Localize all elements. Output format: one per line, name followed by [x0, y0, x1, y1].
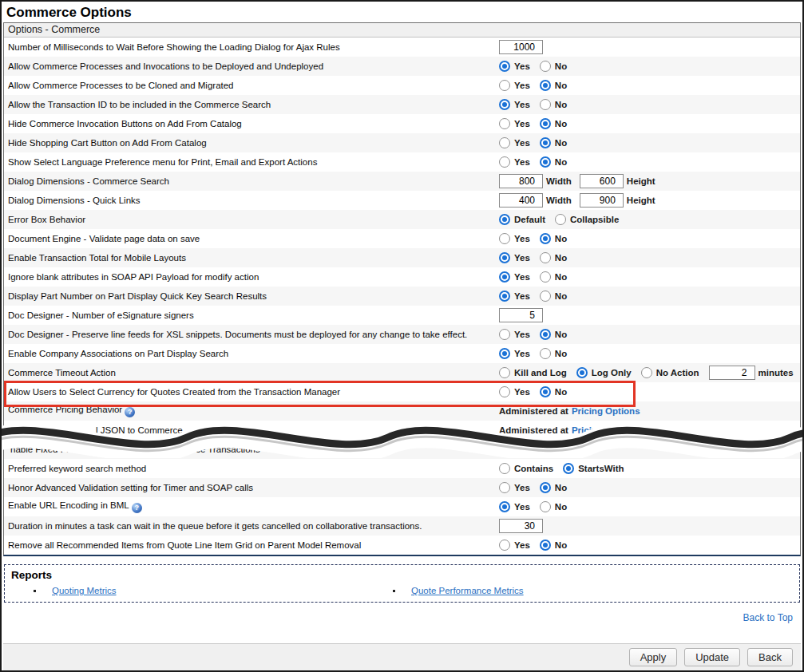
radio-label: Yes	[514, 540, 530, 550]
radio-label: Yes	[514, 330, 530, 339]
option-control: YesNo	[499, 99, 800, 110]
quoting-metrics-link[interactable]: Quoting Metrics	[52, 586, 117, 595]
radio-label: No	[555, 330, 567, 339]
option-row: Remove all Recommended Items from Quote …	[4, 536, 800, 555]
option-label: Show Select Language Preference menu for…	[4, 157, 499, 167]
radio-button[interactable]	[499, 233, 510, 244]
radio-button[interactable]	[555, 214, 566, 225]
option-row: Honor Advanced Validation setting for Ti…	[4, 478, 800, 497]
radio-label: No	[555, 61, 567, 71]
radio-button[interactable]	[576, 367, 588, 378]
option-row: Dialog Dimensions - Commerce SearchWidth…	[4, 172, 800, 191]
option-label-fragment: l JSON to Commerce	[96, 425, 183, 435]
radio-button[interactable]	[499, 329, 510, 340]
pricing-options-link[interactable]: Pricing Options	[572, 425, 640, 435]
option-control: YesNo	[499, 137, 800, 148]
radio-button[interactable]	[499, 540, 510, 551]
radio-button[interactable]	[540, 348, 551, 359]
commerce-options-page: Commerce Options Options - Commerce Numb…	[0, 0, 804, 672]
option-control: Administered at Pricing Options	[499, 425, 800, 435]
administered-at-text: Administered at	[499, 406, 568, 416]
option-label: Doc Designer - Number of eSignature sign…	[4, 310, 499, 320]
option-control: YesNo	[499, 348, 800, 359]
radio-button[interactable]	[499, 156, 510, 168]
radio-button[interactable]	[499, 501, 510, 512]
radio-button[interactable]	[540, 252, 551, 263]
radio-button[interactable]	[499, 61, 510, 72]
radio-button[interactable]	[540, 61, 551, 72]
option-control	[499, 519, 800, 533]
radio-button[interactable]	[499, 80, 510, 91]
help-icon[interactable]: ?	[125, 407, 135, 417]
radio-button[interactable]	[499, 291, 510, 302]
option-control: YesNo	[499, 540, 800, 551]
radio-label: Yes	[514, 157, 530, 167]
radio-button[interactable]	[641, 367, 652, 378]
back-button[interactable]: Back	[747, 648, 793, 666]
radio-button[interactable]	[540, 386, 551, 397]
radio-label: No Action	[656, 368, 699, 378]
radio-button[interactable]	[540, 137, 551, 148]
update-button[interactable]: Update	[684, 648, 740, 666]
radio-label: No	[555, 349, 567, 358]
radio-button[interactable]	[540, 80, 551, 91]
help-icon[interactable]: ?	[132, 503, 142, 513]
radio-button[interactable]	[563, 463, 574, 474]
radio-button[interactable]	[540, 291, 551, 302]
option-text-input[interactable]	[499, 40, 543, 54]
radio-label: Yes	[514, 61, 530, 71]
radio-button[interactable]	[499, 214, 510, 225]
radio-button[interactable]	[540, 233, 551, 244]
option-label: Doc Designer - Preserve line feeds for X…	[4, 330, 499, 339]
radio-label: Yes	[514, 81, 530, 90]
option-row: Duration in minutes a task can wait in t…	[4, 516, 800, 536]
reports-links: Quoting Metrics Quote Performance Metric…	[11, 586, 793, 595]
radio-button[interactable]	[499, 99, 510, 110]
radio-label: Default	[514, 215, 545, 224]
section-header: Options - Commerce	[4, 23, 800, 38]
apply-button[interactable]: Apply	[629, 648, 678, 666]
dimension-input[interactable]	[499, 174, 543, 188]
radio-button[interactable]	[499, 252, 510, 263]
option-text-input[interactable]	[499, 308, 543, 322]
radio-button[interactable]	[499, 348, 510, 359]
radio-button[interactable]	[499, 118, 510, 129]
radio-button[interactable]	[499, 137, 510, 148]
option-row: Hide Commerce Invocation Buttons on Add …	[4, 114, 800, 133]
option-label-fragment: T	[10, 425, 16, 435]
radio-button[interactable]	[499, 463, 510, 474]
option-control: YesNo	[499, 233, 800, 244]
minutes-input[interactable]	[709, 366, 755, 380]
dimension-input[interactable]	[580, 193, 624, 208]
option-label: Allow Commerce Processes and Invocations…	[4, 61, 499, 71]
radio-button[interactable]	[540, 329, 551, 340]
radio-button[interactable]	[540, 99, 551, 110]
quote-performance-metrics-link[interactable]: Quote Performance Metrics	[411, 586, 524, 595]
radio-button[interactable]	[540, 482, 551, 493]
dimension-input[interactable]	[580, 174, 624, 188]
radio-label: Collapsible	[570, 215, 619, 224]
option-control: YesNo	[499, 501, 800, 512]
option-control: YesNo	[499, 252, 800, 263]
back-to-top-link[interactable]: Back to Top	[743, 612, 793, 623]
radio-button[interactable]	[540, 271, 551, 283]
radio-button[interactable]	[540, 118, 551, 129]
radio-button[interactable]	[499, 482, 510, 493]
radio-button[interactable]	[499, 386, 510, 397]
option-label: Preferred keyword search method	[4, 464, 499, 473]
dimension-input[interactable]	[499, 193, 543, 208]
radio-button[interactable]	[540, 540, 551, 551]
radio-button[interactable]	[499, 367, 510, 378]
option-row: Error Box BehaviorDefaultCollapsible	[4, 210, 800, 229]
radio-button[interactable]	[540, 501, 551, 512]
radio-button[interactable]	[540, 156, 551, 168]
radio-button[interactable]	[499, 271, 510, 283]
option-text-input[interactable]	[499, 519, 543, 533]
radio-label: Yes	[514, 138, 530, 148]
radio-label: Kill and Log	[514, 368, 567, 378]
option-control: WidthHeight	[499, 193, 800, 208]
pricing-options-link[interactable]: Pricing Options	[572, 406, 640, 416]
radio-label: No	[555, 81, 567, 90]
radio-label: No	[555, 272, 567, 282]
radio-label: No	[555, 100, 567, 109]
